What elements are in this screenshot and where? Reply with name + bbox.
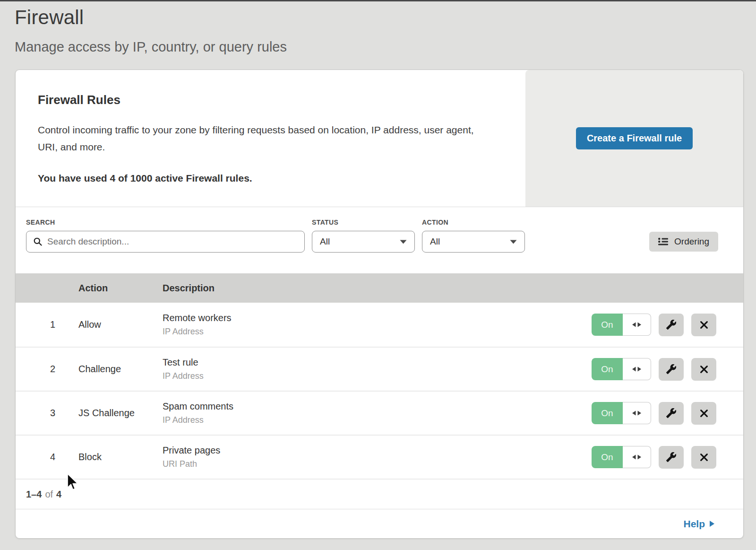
wrench-icon: [666, 319, 677, 330]
wrench-icon: [666, 364, 677, 375]
action-select[interactable]: All: [422, 231, 525, 253]
ordering-button[interactable]: Ordering: [649, 232, 718, 252]
edit-rule-button[interactable]: [659, 358, 684, 381]
ordering-button-label: Ordering: [674, 236, 709, 247]
status-label: STATUS: [312, 218, 415, 226]
page-subtitle: Manage access by IP, country, or query r…: [15, 39, 756, 55]
page-header: Firewall Manage access by IP, country, o…: [0, 1, 756, 55]
page-title: Firewall: [15, 6, 756, 29]
action-filter-group: ACTION All: [422, 218, 525, 253]
rule-field-type: IP Address: [163, 371, 583, 381]
table-header: Action Description: [16, 273, 743, 303]
firewall-rule-row: 2 Challenge Test rule IP Address On: [16, 347, 743, 391]
toggle-arrows-icon: [623, 446, 651, 468]
rule-description-cell: Spam comments IP Address: [163, 401, 583, 425]
rule-description-cell: Remote workers IP Address: [163, 313, 583, 337]
rule-priority: 1: [16, 319, 78, 330]
rule-description: Test rule: [163, 357, 583, 368]
rule-action: JS Challenge: [78, 408, 163, 419]
status-select[interactable]: All: [312, 231, 415, 253]
pagination-total: 4: [56, 489, 61, 500]
pagination-row: 1–4 of 4: [16, 479, 743, 509]
search-icon: [33, 237, 43, 246]
rule-priority: 4: [16, 452, 78, 463]
filter-bar: SEARCH STATUS All ACTION All: [16, 207, 743, 273]
search-input[interactable]: [47, 236, 304, 247]
ordering-list-icon: [658, 237, 669, 246]
card-header-section: Firewall Rules Control incoming traffic …: [16, 70, 743, 207]
rule-priority: 2: [16, 364, 78, 375]
close-icon: [699, 408, 709, 419]
create-firewall-rule-button[interactable]: Create a Firewall rule: [576, 127, 693, 149]
delete-rule-button[interactable]: [691, 446, 716, 469]
close-icon: [699, 452, 709, 463]
status-selected-value: All: [320, 236, 330, 247]
create-rule-panel: Create a Firewall rule: [525, 70, 743, 207]
wrench-icon: [666, 408, 677, 419]
toggle-arrows-icon: [623, 314, 651, 336]
rule-description: Spam comments: [163, 401, 583, 412]
edit-rule-button[interactable]: [659, 314, 684, 336]
firewall-rules-card: Firewall Rules Control incoming traffic …: [16, 70, 743, 538]
rule-controls: On: [583, 358, 743, 381]
description-column-header: Description: [163, 283, 583, 294]
rule-priority: 3: [16, 408, 78, 419]
pagination-of: of: [45, 489, 53, 500]
rule-enabled-toggle[interactable]: On: [592, 402, 651, 424]
search-label: SEARCH: [26, 218, 305, 226]
chevron-down-icon: [400, 237, 407, 246]
action-label: ACTION: [422, 218, 525, 226]
rule-enabled-toggle[interactable]: On: [592, 446, 651, 468]
action-column-header: Action: [78, 283, 163, 294]
help-row: Help: [16, 509, 743, 538]
rule-action: Allow: [78, 319, 163, 330]
card-description: Control incoming traffic to your zone by…: [38, 122, 487, 156]
edit-rule-button[interactable]: [659, 402, 684, 425]
rule-action: Block: [78, 452, 163, 463]
card-heading: Firewall Rules: [38, 93, 497, 107]
search-filter-group: SEARCH: [26, 218, 305, 253]
rule-enabled-toggle[interactable]: On: [592, 314, 651, 336]
firewall-rule-row: 1 Allow Remote workers IP Address On: [16, 303, 743, 347]
rule-description-cell: Test rule IP Address: [163, 357, 583, 381]
rule-description: Remote workers: [163, 313, 583, 323]
rule-field-type: URI Path: [163, 459, 583, 469]
chevron-down-icon: [510, 237, 517, 246]
toggle-on-label: On: [592, 314, 623, 336]
rule-enabled-toggle[interactable]: On: [592, 358, 651, 380]
rule-field-type: IP Address: [163, 327, 583, 337]
rule-controls: On: [583, 446, 743, 469]
help-link-label: Help: [683, 518, 705, 530]
rule-action: Challenge: [78, 364, 163, 375]
delete-rule-button[interactable]: [691, 314, 716, 336]
toggle-on-label: On: [592, 358, 623, 380]
card-header-text: Firewall Rules Control incoming traffic …: [16, 70, 525, 207]
close-icon: [699, 364, 709, 375]
toggle-on-label: On: [592, 446, 623, 468]
rule-field-type: IP Address: [163, 415, 583, 425]
rule-description-cell: Private pages URI Path: [163, 445, 583, 469]
toggle-on-label: On: [592, 402, 623, 424]
rule-controls: On: [583, 402, 743, 425]
delete-rule-button[interactable]: [691, 402, 716, 425]
toggle-arrows-icon: [623, 358, 651, 380]
search-box: [26, 231, 305, 253]
rule-controls: On: [583, 314, 743, 336]
help-arrow-icon: [709, 520, 715, 527]
wrench-icon: [666, 452, 677, 463]
firewall-rule-row: 4 Block Private pages URI Path On: [16, 435, 743, 479]
close-icon: [699, 320, 709, 330]
help-link[interactable]: Help: [683, 518, 715, 530]
usage-summary: You have used 4 of 1000 active Firewall …: [38, 173, 497, 184]
firewall-rule-row: 3 JS Challenge Spam comments IP Address …: [16, 391, 743, 435]
status-filter-group: STATUS All: [312, 218, 415, 253]
action-selected-value: All: [430, 236, 440, 247]
rule-description: Private pages: [163, 445, 583, 456]
toggle-arrows-icon: [623, 402, 651, 424]
pagination-range: 1–4: [26, 489, 42, 500]
delete-rule-button[interactable]: [691, 358, 716, 381]
edit-rule-button[interactable]: [659, 446, 684, 469]
